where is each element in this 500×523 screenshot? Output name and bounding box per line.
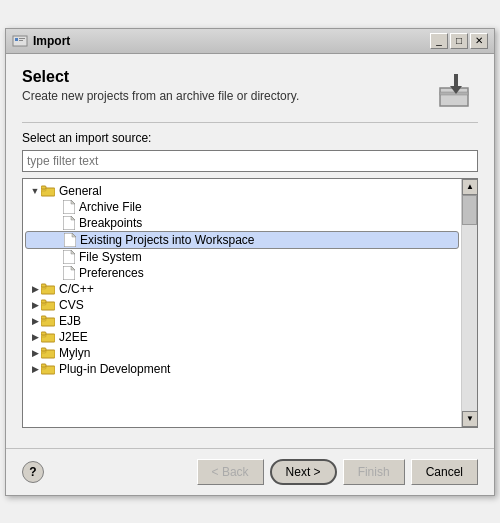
scroll-down-button[interactable]: ▼ — [462, 411, 478, 427]
folder-icon-plugin-dev — [41, 363, 55, 375]
scrollbar[interactable]: ▲ ▼ — [461, 179, 477, 427]
tree-label-ejb: EJB — [59, 314, 81, 328]
footer-divider — [6, 448, 494, 449]
svg-rect-2 — [19, 38, 25, 39]
folder-icon-cvs — [41, 299, 55, 311]
tree-label-cvs: CVS — [59, 298, 84, 312]
tree-label-plugin-dev: Plug-in Development — [59, 362, 170, 376]
svg-rect-5 — [440, 92, 468, 95]
maximize-button[interactable]: □ — [450, 33, 468, 49]
tree-item-cvs[interactable]: ▶ CVS — [25, 297, 459, 313]
expand-btn-j2ee[interactable]: ▶ — [29, 331, 41, 343]
tree-item-plugin-dev[interactable]: ▶ Plug-in Development — [25, 361, 459, 377]
svg-marker-17 — [71, 250, 75, 254]
folder-icon-mylyn — [41, 347, 55, 359]
import-icon-container — [434, 68, 478, 112]
folder-icon-j2ee — [41, 331, 55, 343]
file-icon-existing-projects — [64, 233, 76, 247]
expand-btn-mylyn[interactable]: ▶ — [29, 347, 41, 359]
expand-btn-plugin-dev[interactable]: ▶ — [29, 363, 41, 375]
expand-btn-existing-projects[interactable] — [52, 234, 64, 246]
footer-right: < Back Next > Finish Cancel — [197, 459, 478, 485]
svg-rect-22 — [41, 284, 46, 287]
expand-btn-preferences[interactable] — [51, 267, 63, 279]
footer-buttons: ? < Back Next > Finish Cancel — [6, 459, 494, 495]
title-buttons: _ □ ✕ — [430, 33, 488, 49]
file-icon-file-system — [63, 250, 75, 264]
tree-item-breakpoints[interactable]: Breakpoints — [25, 215, 459, 231]
tree-item-file-system[interactable]: File System — [25, 249, 459, 265]
content-area: Select Create new projects from an archi… — [6, 54, 494, 438]
expand-btn-general[interactable]: ▼ — [29, 185, 41, 197]
import-icon — [436, 70, 476, 110]
svg-marker-13 — [71, 216, 75, 220]
next-button[interactable]: Next > — [270, 459, 337, 485]
tree-item-mylyn[interactable]: ▶ Mylyn — [25, 345, 459, 361]
tree-item-cpp[interactable]: ▶ C/C++ — [25, 281, 459, 297]
dialog-icon — [12, 33, 28, 49]
file-icon-breakpoints — [63, 216, 75, 230]
file-icon-preferences — [63, 266, 75, 280]
close-button[interactable]: ✕ — [470, 33, 488, 49]
footer-left: ? — [22, 461, 44, 483]
tree-content[interactable]: ▼ General Archive File Breakpoints Exist… — [23, 179, 461, 427]
header-section: Select Create new projects from an archi… — [22, 68, 478, 112]
tree-item-existing-projects[interactable]: Existing Projects into Workspace — [25, 231, 459, 249]
svg-rect-37 — [41, 364, 46, 367]
folder-icon-cpp — [41, 283, 55, 295]
svg-marker-15 — [72, 233, 76, 237]
tree-container: ▼ General Archive File Breakpoints Exist… — [22, 178, 478, 428]
expand-btn-archive-file[interactable] — [51, 201, 63, 213]
expand-btn-breakpoints[interactable] — [51, 217, 63, 229]
tree-label-j2ee: J2EE — [59, 330, 88, 344]
tree-label-breakpoints: Breakpoints — [79, 216, 142, 230]
svg-rect-9 — [41, 186, 46, 189]
tree-label-mylyn: Mylyn — [59, 346, 90, 360]
svg-rect-1 — [15, 38, 18, 41]
tree-label-file-system: File System — [79, 250, 142, 264]
tree-item-archive-file[interactable]: Archive File — [25, 199, 459, 215]
folder-icon-ejb — [41, 315, 55, 327]
tree-item-ejb[interactable]: ▶ EJB — [25, 313, 459, 329]
tree-label-cpp: C/C++ — [59, 282, 94, 296]
tree-label-general: General — [59, 184, 102, 198]
tree-label-preferences: Preferences — [79, 266, 144, 280]
svg-rect-31 — [41, 332, 46, 335]
expand-btn-cvs[interactable]: ▶ — [29, 299, 41, 311]
tree-item-general[interactable]: ▼ General — [25, 183, 459, 199]
svg-marker-11 — [71, 200, 75, 204]
file-icon-archive-file — [63, 200, 75, 214]
scroll-track[interactable] — [462, 195, 477, 411]
filter-label: Select an import source: — [22, 131, 478, 145]
page-title: Select — [22, 68, 299, 86]
page-description: Create new projects from an archive file… — [22, 89, 299, 103]
tree-item-preferences[interactable]: Preferences — [25, 265, 459, 281]
window-title: Import — [33, 34, 70, 48]
header-text: Select Create new projects from an archi… — [22, 68, 299, 103]
tree-item-j2ee[interactable]: ▶ J2EE — [25, 329, 459, 345]
svg-rect-28 — [41, 316, 46, 319]
finish-button[interactable]: Finish — [343, 459, 405, 485]
minimize-button[interactable]: _ — [430, 33, 448, 49]
folder-icon-general — [41, 185, 55, 197]
expand-btn-ejb[interactable]: ▶ — [29, 315, 41, 327]
import-dialog: Import _ □ ✕ Select Create new projects … — [5, 28, 495, 496]
filter-input[interactable] — [22, 150, 478, 172]
tree-label-existing-projects: Existing Projects into Workspace — [80, 233, 255, 247]
svg-rect-25 — [41, 300, 46, 303]
scroll-up-button[interactable]: ▲ — [462, 179, 478, 195]
scroll-thumb[interactable] — [462, 195, 477, 225]
expand-btn-cpp[interactable]: ▶ — [29, 283, 41, 295]
title-bar: Import _ □ ✕ — [6, 29, 494, 54]
cancel-button[interactable]: Cancel — [411, 459, 478, 485]
svg-rect-34 — [41, 348, 46, 351]
svg-marker-19 — [71, 266, 75, 270]
help-button[interactable]: ? — [22, 461, 44, 483]
expand-btn-file-system[interactable] — [51, 251, 63, 263]
back-button[interactable]: < Back — [197, 459, 264, 485]
tree-label-archive-file: Archive File — [79, 200, 142, 214]
svg-rect-3 — [19, 40, 23, 41]
header-divider — [22, 122, 478, 123]
